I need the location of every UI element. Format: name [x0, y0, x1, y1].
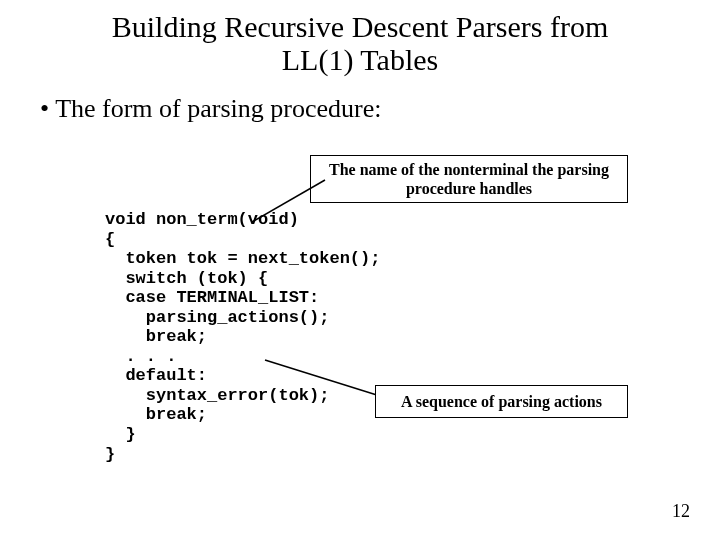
code-line: . . . — [105, 347, 176, 366]
code-line: switch (tok) { — [105, 269, 268, 288]
code-line: } — [105, 445, 115, 464]
code-block: void non_term(void) { token tok = next_t… — [105, 210, 380, 464]
callout-nonterminal-name: The name of the nonterminal the parsing … — [310, 155, 628, 203]
code-line: case TERMINAL_LIST: — [105, 288, 319, 307]
code-line: parsing_actions(); — [105, 308, 329, 327]
code-line: default: — [105, 366, 207, 385]
code-line: break; — [105, 327, 207, 346]
callout1-line2: procedure handles — [406, 180, 532, 197]
code-line: syntax_error(tok); — [105, 386, 329, 405]
title-line-2: LL(1) Tables — [282, 43, 438, 76]
callout1-line1: The name of the nonterminal the parsing — [329, 161, 609, 178]
code-line: token tok = next_token(); — [105, 249, 380, 268]
code-line: } — [105, 425, 136, 444]
slide-title: Building Recursive Descent Parsers from … — [0, 10, 720, 76]
page-number: 12 — [672, 501, 690, 522]
callout-parsing-actions: A sequence of parsing actions — [375, 385, 628, 418]
title-line-1: Building Recursive Descent Parsers from — [112, 10, 609, 43]
code-line: void non_term(void) — [105, 210, 299, 229]
callout2-text: A sequence of parsing actions — [401, 393, 602, 410]
code-line: break; — [105, 405, 207, 424]
code-line: { — [105, 230, 115, 249]
bullet-item: • The form of parsing procedure: — [40, 94, 720, 124]
